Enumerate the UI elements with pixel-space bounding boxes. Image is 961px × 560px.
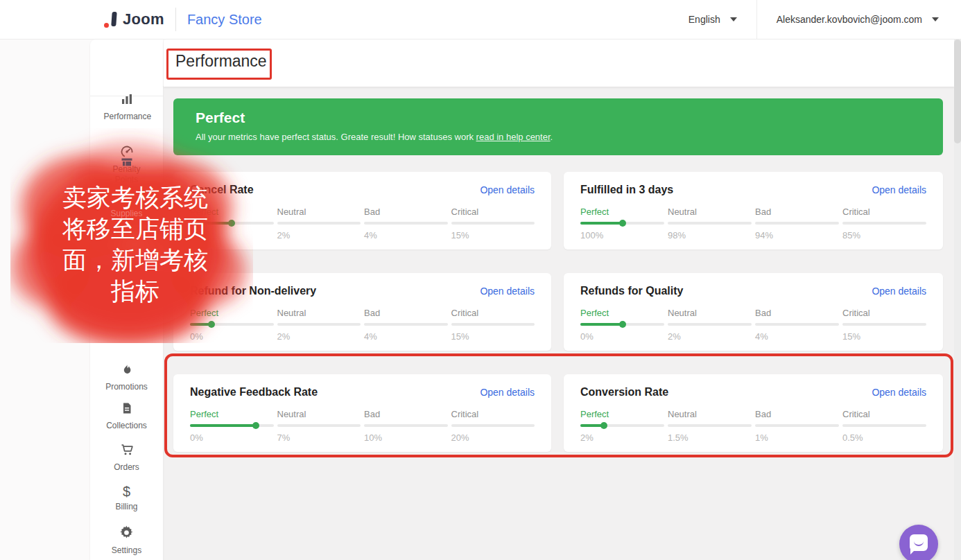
segment-bar: [277, 323, 361, 326]
metric-card: Conversion RateOpen detailsPerfect2%Neut…: [564, 374, 943, 452]
products-icon: [120, 155, 134, 170]
segment-label: Neutral: [668, 207, 752, 217]
joom-logo-icon: [104, 10, 118, 29]
store-name-link[interactable]: Fancy Store: [187, 12, 262, 28]
sidebar-item-promotions[interactable]: Promotions: [90, 362, 163, 392]
scrollbar-thumb[interactable]: [954, 40, 961, 143]
metric-segment: Critical15%: [842, 308, 926, 342]
segment-value: 10%: [364, 432, 448, 443]
metric-cards-grid: Cancel RateOpen detailsPerfect0%Neutral2…: [173, 172, 943, 452]
metric-card: Cancel RateOpen detailsPerfect0%Neutral2…: [173, 172, 551, 250]
open-details-link[interactable]: Open details: [872, 184, 926, 195]
account-email: Aleksander.kovbovich@joom.com: [777, 14, 922, 25]
segment-bar: [451, 222, 535, 225]
metric-segment: Neutral2%: [277, 308, 361, 342]
header-right: English Aleksander.kovbovich@joom.com: [682, 0, 961, 39]
segment-value: 2%: [580, 432, 664, 443]
banner-message-suffix: .: [551, 132, 553, 142]
sidebar-item-ghost-supplies-ghost: Supplies: [90, 209, 163, 218]
card-title: Cancel Rate: [190, 184, 254, 196]
segment-value: 98%: [668, 230, 752, 240]
segment-label: Bad: [364, 308, 448, 318]
segment-bar: [842, 424, 926, 427]
metric-segment: Bad4%: [364, 207, 448, 240]
open-details-link[interactable]: Open details: [480, 286, 535, 297]
metric-segment: Perfect100%: [580, 207, 664, 240]
page-title-bar: Performance: [164, 40, 954, 87]
segment-bar: [842, 222, 926, 225]
segment-value: 0%: [190, 432, 274, 443]
segment-value: 4%: [364, 331, 448, 342]
header-divider: [175, 8, 176, 31]
metric-segment: Neutral7%: [277, 409, 361, 443]
card-title: Refund for Non-delivery: [190, 285, 316, 297]
segment-label: Perfect: [580, 207, 664, 217]
sidebar-item-products[interactable]: [90, 155, 163, 172]
card-title: Fulfilled in 3 days: [580, 184, 673, 196]
segment-bar: [668, 424, 752, 427]
card-title: Refunds for Quality: [580, 285, 683, 297]
segment-bar: [842, 323, 926, 326]
segment-value: 1.5%: [668, 432, 752, 443]
promotions-icon: [120, 362, 134, 378]
metric-segment: Bad1%: [755, 409, 839, 443]
sidebar-item-collections[interactable]: Collections: [90, 401, 163, 431]
sidebar-item-label: Collections: [104, 421, 150, 431]
metric-segment: Critical15%: [451, 207, 535, 240]
metric-segment: Critical20%: [451, 409, 535, 443]
metric-segment: Bad10%: [364, 409, 448, 443]
orders-icon: [120, 443, 134, 458]
segment-bar: [451, 424, 535, 427]
segment-bar: [190, 323, 274, 326]
segment-value: 0%: [580, 331, 664, 342]
sidebar-item-performance[interactable]: Performance: [90, 92, 163, 122]
segment-label: Bad: [755, 308, 839, 318]
segment-bar: [580, 424, 664, 427]
joom-logo[interactable]: Joom: [104, 10, 164, 29]
banner-message: All your metrics have perfect status. Gr…: [196, 132, 921, 142]
app-root: Joom Fancy Store English Aleksander.kovb…: [0, 0, 961, 560]
segment-bar: [277, 424, 361, 427]
performance-icon: [120, 92, 134, 107]
open-details-link[interactable]: Open details: [480, 387, 535, 398]
help-center-link[interactable]: read in help center: [476, 132, 551, 142]
segment-label: Perfect: [190, 207, 274, 217]
segment-value: 85%: [842, 230, 926, 240]
chevron-down-icon: [730, 17, 737, 21]
sidebar-item-label: Promotions: [104, 382, 150, 392]
segment-label: Bad: [364, 207, 448, 217]
header-separator: [756, 0, 757, 40]
segment-label: Neutral: [277, 308, 361, 318]
scrollbar-track[interactable]: [954, 40, 961, 560]
account-menu[interactable]: Aleksander.kovbovich@joom.com: [770, 14, 946, 25]
segment-bar: [364, 222, 448, 225]
segment-value: 20%: [451, 432, 535, 443]
segment-bar: [190, 424, 274, 427]
segment-value: 0%: [190, 230, 274, 240]
segment-value: 100%: [580, 230, 664, 240]
segment-label: Perfect: [190, 409, 274, 419]
sidebar-item-label: Performance: [104, 112, 150, 122]
card-title: Negative Feedback Rate: [190, 386, 318, 399]
metric-segment: Critical0.5%: [842, 409, 926, 443]
sidebar-item-settings[interactable]: Settings: [90, 525, 163, 556]
segment-label: Critical: [842, 308, 926, 318]
card-title: Conversion Rate: [580, 386, 668, 399]
progress-dot: [619, 220, 626, 227]
segment-value: 15%: [451, 230, 535, 240]
sidebar-item-orders[interactable]: Orders: [90, 443, 163, 473]
open-details-link[interactable]: Open details: [872, 286, 926, 297]
open-details-link[interactable]: Open details: [872, 387, 926, 398]
segment-label: Critical: [451, 207, 535, 217]
segment-label: Neutral: [668, 308, 752, 318]
progress-dot: [228, 220, 235, 227]
language-selector[interactable]: English: [682, 14, 744, 25]
sidebar-item-billing[interactable]: $Billing: [90, 484, 163, 512]
segment-label: Neutral: [668, 409, 752, 419]
sidebar-item-label: Billing: [104, 502, 150, 512]
chat-widget-button[interactable]: [899, 525, 938, 560]
segment-value: 4%: [755, 331, 839, 342]
open-details-link[interactable]: Open details: [480, 184, 535, 195]
language-label: English: [689, 14, 720, 25]
metric-card: Fulfilled in 3 daysOpen detailsPerfect10…: [564, 172, 943, 250]
